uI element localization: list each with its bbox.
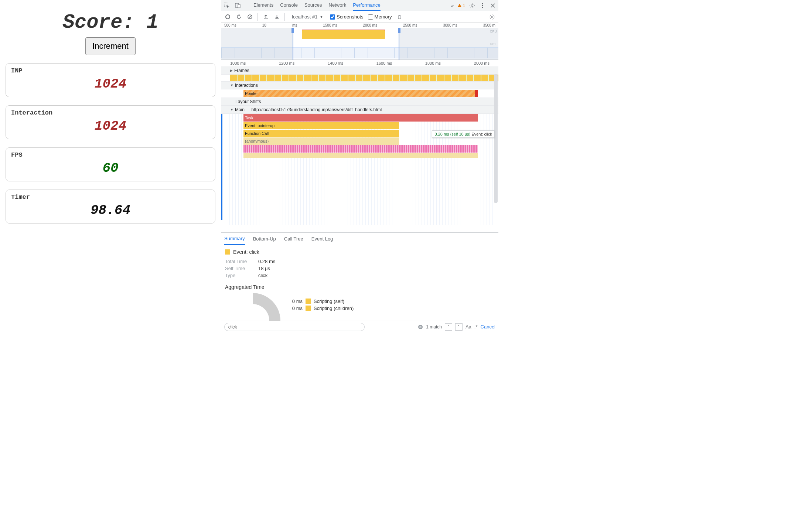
anonymous-bar[interactable]: (anonymous) xyxy=(243,137,399,145)
reload-icon[interactable] xyxy=(235,14,242,20)
agg-item-label: Scripting (children) xyxy=(314,306,354,311)
tab-console[interactable]: Console xyxy=(280,0,298,11)
inspect-element-icon[interactable] xyxy=(224,2,230,9)
svg-point-9 xyxy=(491,16,493,18)
clear-icon[interactable] xyxy=(246,14,253,20)
search-next-button[interactable]: ˅ xyxy=(455,323,463,331)
ruler-tick: 1600 ms xyxy=(376,61,392,65)
warnings-count: 1 xyxy=(463,3,465,8)
ruler-tick: 2000 ms xyxy=(474,61,490,65)
memory-checkbox[interactable]: Memory xyxy=(368,14,392,20)
close-devtools-icon[interactable] xyxy=(490,2,496,9)
task-lane[interactable]: Task xyxy=(243,114,498,122)
timeline-overview[interactable]: 500 ms 10 ms 1500 ms 2000 ms 2500 ms 300… xyxy=(221,23,498,60)
metric-value: 1024 xyxy=(11,76,210,92)
match-case-toggle[interactable]: Aa xyxy=(466,324,471,330)
pointer-bar[interactable]: Pointer xyxy=(243,90,478,97)
capture-settings-gear-icon[interactable] xyxy=(489,14,495,20)
category-color-icon xyxy=(225,249,230,255)
clear-search-icon[interactable] xyxy=(418,324,423,330)
tab-call-tree[interactable]: Call Tree xyxy=(284,233,303,245)
category-color-icon xyxy=(306,299,311,304)
search-cancel-button[interactable]: Cancel xyxy=(481,324,495,330)
warnings-badge[interactable]: 1 xyxy=(457,3,465,8)
flame-chart[interactable]: 1000 ms 1200 ms 1400 ms 1600 ms 1800 ms … xyxy=(221,60,498,232)
devtools-panel: Elements Console Sources Network Perform… xyxy=(221,0,498,332)
ruler-tick: 1400 ms xyxy=(328,61,343,65)
layout-shifts-track-header[interactable]: Layout Shifts xyxy=(221,98,498,106)
record-icon[interactable] xyxy=(224,14,231,20)
frames-lane[interactable] xyxy=(230,75,498,81)
tab-elements[interactable]: Elements xyxy=(253,0,273,11)
overview-selection-mask[interactable] xyxy=(221,28,293,60)
type-value: click xyxy=(258,273,267,278)
layout-lane[interactable] xyxy=(243,145,498,153)
increment-button[interactable]: Increment xyxy=(85,37,136,55)
more-tabs-icon[interactable]: » xyxy=(451,3,454,8)
metric-interaction: Interaction 1024 xyxy=(6,105,215,139)
selection-handle-right[interactable] xyxy=(398,28,400,33)
garbage-collect-icon[interactable] xyxy=(396,14,403,20)
interactions-track-header[interactable]: ▼Interactions xyxy=(221,81,498,89)
recording-select[interactable]: localhost #1 ▼ xyxy=(289,13,325,21)
sub-lane[interactable] xyxy=(243,153,498,160)
overview-selection-mask[interactable] xyxy=(399,28,498,60)
interactions-label: Interactions xyxy=(235,83,258,88)
memory-checkbox-input[interactable] xyxy=(368,14,373,20)
metric-label: Interaction xyxy=(11,109,210,116)
type-key: Type xyxy=(225,273,254,278)
task-bar[interactable]: Task xyxy=(243,114,478,122)
metric-value: 98.64 xyxy=(11,203,210,218)
metric-inp: INP 1024 xyxy=(6,63,215,97)
score-prefix: Score: xyxy=(62,11,146,34)
main-track-header[interactable]: ▼Main — http://localhost:5173/understand… xyxy=(221,106,498,114)
agg-item-label: Scripting (self) xyxy=(314,299,344,304)
search-input[interactable] xyxy=(224,323,365,331)
summary-event-title: Event: click xyxy=(225,249,495,255)
tab-performance[interactable]: Performance xyxy=(353,0,380,11)
self-time-key: Self Time xyxy=(225,266,254,271)
pointer-bar-label: Pointer xyxy=(245,91,258,96)
event-lane[interactable]: Event: pointerup xyxy=(243,122,498,129)
aggregated-time-donut xyxy=(225,293,280,321)
function-call-bar[interactable]: Function Call xyxy=(243,130,399,137)
anon-lane[interactable]: (anonymous) xyxy=(243,137,498,145)
kebab-menu-icon[interactable] xyxy=(479,2,486,9)
score-value: 1 xyxy=(146,11,158,34)
upload-icon[interactable] xyxy=(262,14,269,20)
layout-bar[interactable] xyxy=(243,145,478,153)
screenshots-checkbox-input[interactable] xyxy=(330,14,335,20)
screenshots-checkbox[interactable]: Screenshots xyxy=(330,14,363,20)
pointer-lane[interactable]: Pointer xyxy=(243,90,498,97)
selection-handle-left[interactable] xyxy=(291,28,294,33)
score-display: Score: 1 xyxy=(6,11,215,34)
tab-sources[interactable]: Sources xyxy=(304,0,322,11)
sub-bar[interactable] xyxy=(243,153,478,158)
aggregated-time-title: Aggregated Time xyxy=(225,284,495,290)
tab-network[interactable]: Network xyxy=(329,0,347,11)
ruler-tick: 3000 ms xyxy=(443,23,457,27)
performance-toolbar: localhost #1 ▼ Screenshots Memory xyxy=(221,11,498,23)
regex-toggle[interactable]: .* xyxy=(474,324,478,330)
frames-track-header[interactable]: ▶Frames xyxy=(221,66,498,75)
ruler-tick: 2500 ms xyxy=(403,23,417,27)
settings-gear-icon[interactable] xyxy=(469,2,475,9)
self-time-value: 18 μs xyxy=(258,266,270,271)
metric-timer: Timer 98.64 xyxy=(6,190,215,224)
frames-label: Frames xyxy=(234,68,249,73)
tab-summary[interactable]: Summary xyxy=(224,233,245,245)
divider xyxy=(284,13,285,21)
screenshots-label: Screenshots xyxy=(337,14,363,20)
search-prev-button[interactable]: ˄ xyxy=(445,323,452,331)
event-pointerup-bar[interactable]: Event: pointerup xyxy=(243,122,399,129)
tab-bottom-up[interactable]: Bottom-Up xyxy=(253,233,276,245)
search-match-count: 1 match xyxy=(426,324,442,330)
tooltip-event: Event: click xyxy=(471,132,492,136)
device-toolbar-icon[interactable] xyxy=(235,2,241,9)
ruler-tick: 1800 ms xyxy=(425,61,441,65)
metric-label: Timer xyxy=(11,194,210,201)
category-color-icon xyxy=(306,306,311,311)
download-icon[interactable] xyxy=(273,14,280,20)
tab-event-log[interactable]: Event Log xyxy=(311,233,333,245)
svg-point-3 xyxy=(471,4,473,6)
